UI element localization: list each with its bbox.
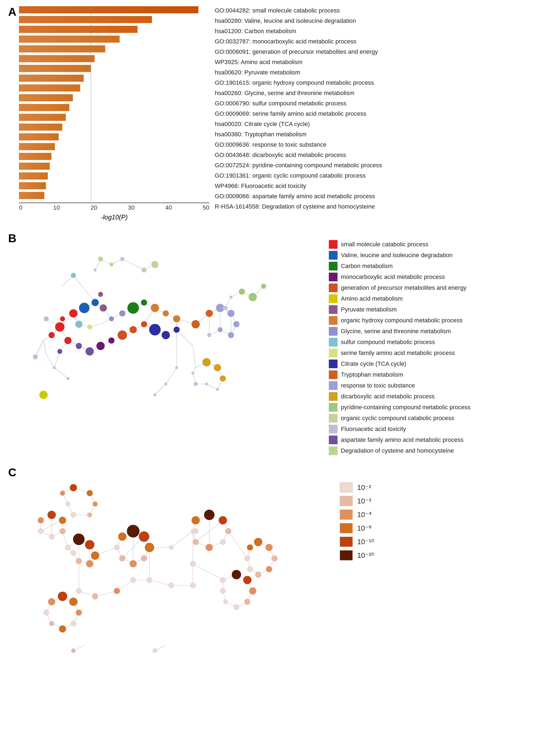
- annotation-text: hsa01200: Carbon metabolism: [215, 26, 526, 37]
- bar: [19, 114, 66, 121]
- legend-color-swatch: [329, 327, 338, 336]
- svg-point-90: [141, 321, 147, 328]
- bar: [19, 16, 152, 23]
- bar-row: [19, 123, 209, 131]
- legend-color-swatch: [329, 316, 338, 325]
- legend-item: generation of precursor metabolites and …: [329, 284, 526, 292]
- bar-row: [19, 5, 209, 14]
- legend-color-swatch: [329, 414, 338, 422]
- svg-point-279: [271, 555, 278, 562]
- legend-item: response to toxic substance: [329, 381, 526, 390]
- panel-b-label: B: [8, 232, 16, 245]
- svg-point-105: [191, 320, 200, 329]
- annotation-text: GO:0006091: generation of precursor meta…: [215, 47, 526, 57]
- legend-label: organic hydroxy compound metabolic proce…: [341, 317, 463, 324]
- x-tick: 40: [165, 204, 172, 211]
- svg-point-234: [243, 576, 252, 584]
- svg-point-264: [70, 621, 76, 626]
- bar: [19, 45, 105, 52]
- legend-item: Tryptophan metabolism: [329, 370, 526, 379]
- bar-row: [19, 181, 209, 190]
- svg-point-280: [247, 566, 253, 572]
- legend-color-swatch-c: [340, 523, 353, 533]
- legend-label: Tryptophan metabolism: [341, 371, 403, 378]
- svg-point-127: [53, 366, 56, 369]
- legend-label-c: 10⁻²: [357, 483, 371, 492]
- annotations: GO:0044282: small molecule catabolic pro…: [209, 5, 526, 221]
- legend-label-c: 10⁻¹⁰: [357, 538, 374, 546]
- legend-color-swatch-c: [340, 537, 353, 547]
- legend-color-swatch-c: [340, 550, 353, 560]
- bar-row: [19, 74, 209, 83]
- legend-item: serine family amino acid metabolic proce…: [329, 349, 526, 357]
- annotation-text: GO:0044282: small molecule catabolic pro…: [215, 5, 526, 16]
- x-tick: 10: [53, 204, 60, 211]
- svg-point-118: [151, 261, 159, 268]
- svg-point-286: [114, 588, 120, 594]
- legend-item: Fluoroacetic acid toxicity: [329, 425, 526, 433]
- svg-point-104: [173, 326, 180, 333]
- svg-point-244: [206, 544, 213, 551]
- annotation-text: GO:0006790: sulfur compound metabolic pr…: [215, 98, 526, 109]
- bar: [19, 153, 51, 160]
- x-axis-line: [19, 202, 209, 203]
- svg-line-75: [43, 340, 46, 354]
- legend-item-c: 10⁻⁶: [340, 523, 372, 533]
- svg-point-296: [66, 502, 70, 506]
- x-axis-ticks: 01020304050: [19, 203, 209, 211]
- legend-color-swatch: [329, 251, 338, 259]
- legend-b: small molecule catabolic processValine, …: [318, 232, 526, 455]
- annotation-text: GO:1901361: organic cyclic compound cata…: [215, 171, 526, 181]
- svg-point-281: [244, 555, 250, 561]
- legend-item-c: 10⁻²⁰: [340, 550, 374, 560]
- annotation-text: GO:0072524: pyridine-containing compound…: [215, 160, 526, 171]
- svg-point-95: [162, 310, 169, 317]
- legend-label-c: 10⁻²⁰: [357, 551, 374, 560]
- svg-point-245: [249, 587, 257, 595]
- bar: [19, 192, 44, 199]
- svg-point-93: [98, 292, 103, 297]
- legend-label: Valine, leucine and isoleucine degradati…: [341, 252, 453, 259]
- svg-point-261: [234, 605, 239, 610]
- svg-point-274: [87, 512, 92, 518]
- svg-point-98: [109, 316, 114, 321]
- svg-point-113: [213, 364, 221, 371]
- svg-line-66: [54, 368, 68, 379]
- svg-point-271: [70, 484, 77, 492]
- svg-point-289: [59, 625, 66, 633]
- annotation-text: hsa00280: Valine, leucine and isoleucine…: [215, 16, 526, 26]
- svg-point-249: [119, 555, 126, 562]
- svg-point-251: [225, 528, 232, 534]
- legend-item: organic hydroxy compound metabolic proce…: [329, 316, 526, 325]
- legend-label: pyridine-containing compound metabolic p…: [341, 404, 470, 411]
- legend-color-swatch: [329, 284, 338, 292]
- svg-point-285: [92, 593, 98, 600]
- bar: [19, 133, 58, 140]
- svg-point-235: [58, 591, 68, 601]
- bar: [19, 26, 137, 33]
- svg-point-88: [117, 330, 127, 340]
- svg-point-242: [86, 560, 94, 568]
- svg-point-108: [227, 310, 235, 317]
- bar: [19, 182, 46, 189]
- legend-item: Pyruvate metabolism: [329, 305, 526, 314]
- legend-label: dicarboxylic acid metabolic process: [341, 393, 435, 400]
- svg-point-232: [139, 531, 150, 542]
- panel-c-label: C: [8, 466, 16, 479]
- svg-point-263: [43, 610, 49, 615]
- svg-point-103: [161, 331, 170, 339]
- legend-color-swatch: [329, 262, 338, 270]
- svg-point-284: [190, 561, 196, 566]
- svg-point-135: [94, 268, 97, 272]
- legend-color-swatch-c: [340, 509, 353, 520]
- network-c-svg: [19, 466, 318, 678]
- svg-point-229: [204, 509, 215, 520]
- svg-point-257: [169, 545, 173, 550]
- legend-label: Glycine, serine and threonine metabolism: [341, 328, 451, 335]
- legend-label: aspartate family amino acid metabolic pr…: [341, 436, 464, 444]
- legend-item: Amino acid metabolism: [329, 294, 526, 303]
- svg-point-125: [98, 256, 103, 262]
- svg-point-250: [141, 555, 147, 562]
- legend-item-c: 10⁻⁴: [340, 509, 372, 520]
- annotation-text: R-HSA-1614558: Degradation of cysteine a…: [215, 202, 526, 212]
